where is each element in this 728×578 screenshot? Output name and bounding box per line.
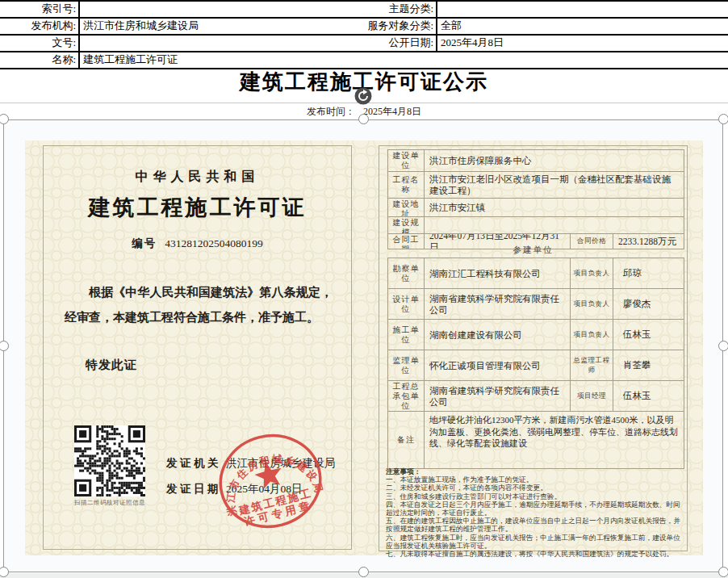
rotate-handle[interactable] — [354, 87, 372, 105]
party-company-cell: 湖南省建筑科学研究院有限责任公司 — [425, 289, 571, 319]
name-label: 名称: — [0, 52, 78, 68]
meta-row: 索引号: 主题分类: — [0, 2, 728, 19]
note-line: 一、本证放置施工现场，作为准予施工的凭证。 — [386, 475, 683, 484]
table-row: 设计单位 湖南省建筑科学研究院有限责任公司 项目负责人 廖俊杰 — [388, 289, 684, 320]
party-company-cell: 怀化正诚项目管理有限公司 — [425, 350, 571, 380]
country-heading: 中华人民共和国 — [44, 169, 351, 186]
note-line: 四、本证自发证之日起三个月内应予施工，逾期应办理延期手续，不办理延期或延期次数、… — [386, 501, 683, 517]
party-person-cell: 邱琼 — [613, 258, 683, 288]
note-line: 五、在建的建筑工程因故中止施工的，建设单位应当自中止之日起一个月内向发证机关报告… — [386, 517, 683, 533]
party-label-cell: 施工单位 — [388, 320, 425, 350]
table-row: 勘察单位 湖南江汇工程科技有限公司 项目负责人 邱琼 — [388, 258, 684, 289]
table-row: 建设规模 — [388, 217, 684, 234]
table-row: 工程名称 洪江市安江老旧小区改造项目一期（金穗社区配套基础设施建设工程） — [388, 172, 684, 199]
table-row: 监理单位 怀化正诚项目管理有限公司 总监理工程师 肖荃攀 — [388, 350, 684, 381]
resize-handle-bottom-center[interactable] — [358, 567, 369, 577]
remark-value: 地坪硬化并油化12300平方米，新建雨污水管道4500米，以及明沟加盖板、更换化… — [425, 412, 684, 468]
certificate-paper: 中华人民共和国 建筑工程施工许可证 编号431281202504080199 根… — [25, 140, 703, 555]
certificate-number-value: 431281202504080199 — [165, 237, 263, 249]
note-line: 七、凡未取得本证擅自施工的属违法建设，将按《中华人民共和国建筑法》的规定予以处罚… — [386, 550, 683, 558]
qr-caption: 扫描二维码核对证照信息 — [66, 499, 153, 507]
party-label-cell: 设计单位 — [388, 289, 425, 319]
meta-table: 索引号: 主题分类: 发布机构: 洪江市住房和城乡建设局 服务对象分类: 全部 … — [0, 0, 728, 69]
party-person-cell: 廖俊杰 — [613, 289, 683, 319]
project-info-table: 建设单位 洪江市住房保障服务中心 工程名称 洪江市安江老旧小区改造项目一期（金穗… — [387, 149, 684, 249]
publish-date-label: 公开日期: — [362, 36, 436, 51]
meta-row: 文号: 公开日期: 2025年4月8日 — [0, 36, 728, 52]
certificate-number: 编号431281202504080199 — [44, 237, 351, 251]
party-company-cell: 湖南省建筑科学研究院有限责任公司 — [425, 381, 571, 411]
table-row: 工程总承包单位 湖南省建筑科学研究院有限责任公司 项目经理 伍林玉 — [388, 381, 684, 412]
service-target-label: 服务对象分类: — [362, 19, 436, 34]
remark-label: 备注 — [388, 412, 425, 468]
certificate-left-page: 中华人民共和国 建筑工程施工许可证 编号431281202504080199 根… — [43, 145, 352, 550]
parties-section-header: 参建单位 — [379, 245, 687, 256]
issue-statement: 特发此证 — [86, 358, 137, 373]
qr-code — [74, 425, 145, 496]
party-role-cell: 项目负责人 — [571, 320, 613, 350]
party-role-cell: 项目负责人 — [571, 258, 613, 288]
row-label-cell: 建设单位 — [388, 150, 425, 171]
resize-handle-top-center[interactable] — [358, 114, 369, 124]
party-label-cell: 工程总承包单位 — [388, 381, 425, 411]
note-line: 六、建筑工程恢复施工时，应当向发证机关报告；中止施工满一年的工程恢复施工前，建设… — [386, 534, 683, 550]
meta-row: 发布机构: 洪江市住房和城乡建设局 服务对象分类: 全部 — [0, 19, 728, 36]
notes-block: 注意事项： 一、本证放置施工现场，作为准予施工的凭证。二、未经发证机关许可，本证… — [386, 467, 683, 558]
remark-row: 备注 地坪硬化并油化12300平方米，新建雨污水管道4500米，以及明沟加盖板、… — [388, 412, 684, 468]
certificate-body-text: 根据《中华人民共和国建筑法》第八条规定，经审查，本建筑工程符合施工条件，准予施工… — [65, 280, 333, 330]
row-value-cell: 洪江市安江老旧小区改造项目一期（金穗社区配套基础设施建设工程） — [425, 172, 683, 198]
certificate-right-page: 建设单位 洪江市住房保障服务中心 工程名称 洪江市安江老旧小区改造项目一期（金穗… — [379, 145, 688, 551]
publish-date-value: 2025年4月8日 — [436, 36, 725, 51]
row-label-cell: 建设规模 — [388, 217, 425, 233]
row-label-cell: 建设地址 — [388, 199, 425, 216]
row-value-cell: 洪江市住房保障服务中心 — [425, 150, 683, 171]
note-line: 三、住房和城乡建设行政主管部门可以对本证进行查验。 — [386, 492, 683, 501]
party-role-cell: 项目经理 — [571, 381, 613, 411]
meta-row: 名称: 建筑工程施工许可证 — [0, 52, 728, 69]
publish-time-value: 2025年4月8日 — [363, 106, 421, 117]
topic-class-label: 主题分类: — [362, 2, 436, 17]
party-role-cell: 项目负责人 — [571, 289, 613, 319]
party-company-cell: 湖南江汇工程科技有限公司 — [425, 258, 571, 288]
qr-block: 扫描二维码核对证照信息 — [66, 425, 153, 507]
party-person-cell: 肖荃攀 — [613, 350, 683, 380]
resize-handle-top-right[interactable] — [718, 114, 728, 124]
party-label-cell: 勘察单位 — [388, 258, 425, 288]
doc-no-value — [78, 36, 362, 51]
row-value-cell: 洪江市安江镇 — [425, 199, 683, 216]
service-target-value: 全部 — [436, 19, 725, 34]
party-person-cell: 伍林玉 — [613, 381, 683, 411]
name-value: 建筑工程施工许可证 — [78, 52, 725, 68]
party-role-cell: 总监理工程师 — [571, 350, 613, 380]
topic-class-value — [436, 2, 725, 17]
row-value-cell — [425, 217, 683, 233]
publisher-label: 发布机构: — [0, 19, 78, 34]
publisher-value: 洪江市住房和城乡建设局 — [78, 19, 362, 34]
table-row: 施工单位 湖南创建建设有限公司 项目负责人 伍林玉 — [388, 320, 684, 350]
note-line: 二、未经发证机关许可，本证的各项内容不得变更。 — [386, 484, 683, 492]
party-company-cell: 湖南创建建设有限公司 — [425, 320, 571, 350]
table-row: 建设地址 洪江市安江镇 — [388, 199, 684, 217]
certificate-title: 建筑工程施工许可证 — [44, 193, 351, 222]
index-no-value — [78, 2, 362, 17]
doc-no-label: 文号: — [0, 36, 78, 51]
page: 索引号: 主题分类: 发布机构: 洪江市住房和城乡建设局 服务对象分类: 全部 … — [0, 0, 728, 578]
table-row: 建设单位 洪江市住房保障服务中心 — [388, 150, 684, 172]
party-person-cell: 伍林玉 — [613, 320, 683, 350]
certificate-number-label: 编号 — [132, 237, 157, 249]
resize-handle-bottom-right[interactable] — [718, 567, 728, 577]
parties-table: 勘察单位 湖南江汇工程科技有限公司 项目负责人 邱琼 设计单位 湖南省建筑科学研… — [387, 258, 684, 469]
index-no-label: 索引号: — [0, 2, 78, 17]
official-stamp: 洪江市住房和城乡建设局 建筑工程施工 许可专用章 — [203, 417, 338, 545]
notes-title: 注意事项： — [386, 467, 683, 475]
permit-image[interactable]: 中华人民共和国 建筑工程施工许可证 编号431281202504080199 根… — [3, 119, 723, 572]
party-label-cell: 监理单位 — [388, 350, 425, 380]
publish-time-label: 发布时间： — [307, 106, 355, 117]
row-label-cell: 工程名称 — [388, 172, 425, 198]
resize-handle-mid-right[interactable] — [718, 341, 728, 351]
